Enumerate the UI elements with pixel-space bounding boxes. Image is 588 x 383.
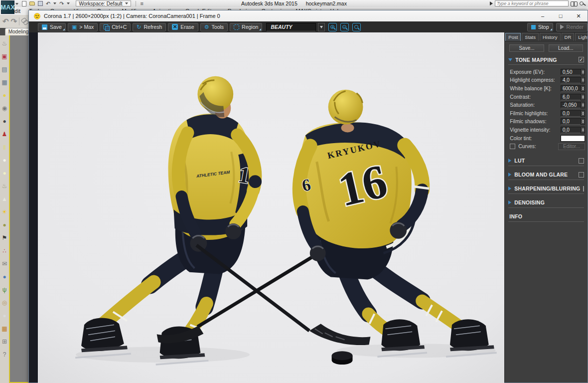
tab-history[interactable]: History bbox=[540, 33, 561, 41]
teapot-icon[interactable]: ♨ bbox=[0, 37, 8, 50]
bloom-glare-section-header[interactable]: BLOOM AND GLARE bbox=[505, 171, 588, 179]
zoom-reset-button[interactable] bbox=[352, 23, 361, 31]
filmic-highlights-input[interactable]: 0,0 bbox=[561, 110, 581, 117]
white-balance-spinner[interactable] bbox=[581, 85, 585, 92]
search-expand-icon[interactable] bbox=[490, 1, 493, 5]
molecule-icon[interactable]: ∴ bbox=[0, 244, 8, 257]
filmic-shadows-input[interactable]: 0,0 bbox=[561, 118, 581, 125]
blue-blob-icon[interactable]: ● bbox=[0, 270, 8, 283]
tab-post[interactable]: Post bbox=[505, 33, 521, 41]
teapot-2-icon[interactable]: ♨ bbox=[0, 180, 8, 192]
highlight-compress-input[interactable]: 4,0 bbox=[561, 77, 581, 83]
contrast-input[interactable]: 6,0 bbox=[561, 94, 581, 100]
zoom-out-button[interactable]: − bbox=[340, 23, 349, 31]
app-menu-dropdown-icon[interactable] bbox=[15, 3, 18, 5]
help-icon[interactable]: ? bbox=[0, 348, 8, 361]
redo-dropdown-icon[interactable] bbox=[67, 2, 70, 4]
curves-editor-button[interactable]: Editor... bbox=[558, 143, 585, 150]
channel-selector[interactable]: BEAUTY bbox=[266, 23, 316, 31]
toolbar-options-icon[interactable]: ≡ bbox=[141, 0, 144, 6]
bloom-glare-checkbox[interactable] bbox=[579, 172, 584, 178]
lut-section-header[interactable]: LUT bbox=[505, 157, 588, 165]
contrast-spinner[interactable] bbox=[581, 94, 585, 100]
sign-in-icon[interactable] bbox=[580, 1, 586, 6]
saturation-input[interactable]: -0,050 bbox=[561, 102, 581, 108]
sharpening-checkbox[interactable] bbox=[583, 186, 584, 192]
light-bulb-icon[interactable]: ● bbox=[0, 89, 8, 102]
pale-sphere-icon[interactable]: ● bbox=[0, 167, 8, 180]
max-viewport[interactable] bbox=[9, 35, 28, 383]
tab-dr[interactable]: DR bbox=[562, 33, 575, 41]
rendered-frame-icon[interactable]: ▤ bbox=[0, 63, 8, 76]
new-file-icon[interactable] bbox=[22, 1, 26, 6]
tone-mapping-checkbox[interactable] bbox=[579, 57, 584, 62]
zoom-in-button[interactable]: + bbox=[328, 23, 337, 31]
help-search-input[interactable] bbox=[495, 0, 569, 6]
select-link-icon[interactable] bbox=[21, 18, 28, 24]
robot-icon[interactable]: ♟ bbox=[0, 128, 8, 141]
field-row-white-balance: White balance [K]: 6000,0 bbox=[505, 84, 588, 93]
schematic-view-icon[interactable]: ⊞ bbox=[0, 335, 8, 348]
render-button[interactable]: Render bbox=[556, 23, 588, 31]
tools-button[interactable]: ⚙ Tools bbox=[200, 23, 228, 31]
filmic-shadows-spinner[interactable] bbox=[581, 118, 585, 125]
to-max-button[interactable]: ▣ > Max bbox=[68, 23, 98, 31]
camera-icon[interactable]: ◉ bbox=[0, 102, 8, 115]
checkered-flag-icon[interactable]: ⚑ bbox=[0, 231, 8, 244]
filmic-highlights-spinner[interactable] bbox=[581, 110, 585, 117]
keyboard-icon[interactable]: ▦ bbox=[0, 76, 8, 89]
lut-checkbox[interactable] bbox=[579, 158, 584, 164]
minimize-button[interactable]: – bbox=[534, 10, 552, 21]
undo-dropdown-icon[interactable] bbox=[53, 2, 56, 4]
chart-grid-icon[interactable]: ▦ bbox=[0, 322, 8, 335]
envelope-icon[interactable]: ✉ bbox=[0, 257, 8, 270]
tab-lightmix[interactable]: LightMix bbox=[575, 33, 588, 41]
sharpening-section-header[interactable]: SHARPENING/BLURRING bbox=[505, 185, 588, 193]
tone-mapping-header[interactable]: TONE MAPPING bbox=[505, 55, 588, 64]
vignette-input[interactable]: 0,0 bbox=[561, 127, 581, 133]
silver-sphere-icon[interactable]: ● bbox=[0, 309, 8, 322]
redo-icon[interactable]: ↷ bbox=[59, 0, 64, 6]
region-button[interactable]: Region bbox=[230, 23, 262, 31]
olive-sphere-icon[interactable]: ● bbox=[0, 218, 8, 231]
exposure-spinner[interactable] bbox=[581, 69, 585, 75]
workspace-selector[interactable]: Workspace: Default bbox=[76, 0, 131, 6]
denoising-section-header[interactable]: DENOISING bbox=[505, 198, 588, 207]
save-file-icon[interactable] bbox=[38, 1, 43, 6]
refresh-button[interactable]: ↻ Refresh bbox=[133, 23, 166, 31]
erase-button[interactable]: ✕ Erase bbox=[168, 23, 198, 31]
curves-checkbox[interactable] bbox=[510, 144, 515, 149]
close-button[interactable]: ✕ bbox=[570, 10, 588, 21]
maximize-button[interactable]: □ bbox=[552, 10, 570, 21]
undo-icon[interactable]: ↶ bbox=[46, 0, 50, 6]
swatch-icon[interactable]: ▮ bbox=[0, 141, 8, 154]
channel-dropdown-button[interactable] bbox=[318, 23, 325, 31]
shell-icon[interactable]: ◎ bbox=[0, 296, 8, 309]
corona-titlebar[interactable]: Corona 1.7 | 2600×2000px (1:2) | Camera:… bbox=[29, 10, 588, 21]
undo-large-icon[interactable]: ↶ bbox=[2, 16, 9, 26]
open-file-icon[interactable] bbox=[29, 1, 35, 5]
save-button[interactable]: Save bbox=[38, 23, 66, 31]
tab-stats[interactable]: Stats bbox=[522, 33, 539, 41]
save-settings-button[interactable]: Save... bbox=[509, 44, 544, 52]
saturation-spinner[interactable] bbox=[581, 102, 585, 108]
ribbon-tab-modeling[interactable]: Modeling bbox=[5, 28, 32, 35]
redo-large-icon[interactable]: ↷ bbox=[11, 16, 17, 26]
render-setup-icon[interactable]: ▣ bbox=[0, 50, 8, 63]
color-tint-swatch[interactable] bbox=[561, 135, 585, 142]
render-canvas[interactable]: 16 ATHLETIC TEAM bbox=[38, 32, 504, 383]
load-settings-button[interactable]: Load... bbox=[549, 44, 583, 52]
stop-button[interactable]: Stop bbox=[527, 23, 553, 31]
exposure-input[interactable]: 0,50 bbox=[561, 69, 581, 75]
cone-icon[interactable]: ▲ bbox=[0, 192, 8, 205]
dark-sphere-icon[interactable]: ● bbox=[0, 115, 8, 128]
vignette-spinner[interactable] bbox=[581, 127, 585, 133]
white-balance-input[interactable]: 6000,0 bbox=[561, 85, 581, 92]
grass-icon[interactable]: ψ bbox=[0, 283, 8, 296]
max-logo[interactable]: MAX bbox=[1, 0, 14, 14]
copy-button[interactable]: Ctrl+C bbox=[100, 23, 131, 31]
highlight-compress-spinner[interactable] bbox=[581, 77, 585, 83]
white-sphere-icon[interactable]: ● bbox=[0, 154, 8, 167]
sun-light-icon[interactable]: ☀ bbox=[0, 205, 8, 218]
search-icon[interactable] bbox=[571, 1, 578, 6]
